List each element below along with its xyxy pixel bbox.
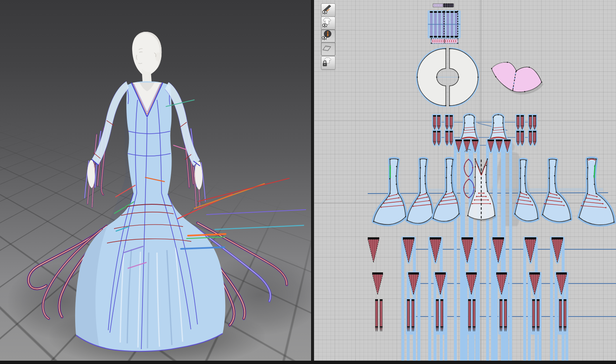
toggle-information-visibility-button[interactable] [321, 29, 335, 43]
pattern-piece-sleeve-cuff-1[interactable] [461, 114, 478, 140]
pattern-piece-fringe-strips-7[interactable] [558, 298, 568, 335]
pattern-piece-fringe-strips-5[interactable] [498, 298, 509, 335]
3d-scene-canvas[interactable] [0, 0, 311, 361]
pattern-piece-fringe-strips-3[interactable] [435, 298, 445, 335]
pattern-piece-fringe-pencils-4[interactable] [516, 131, 536, 145]
pattern-piece-godet-panel-7[interactable] [579, 158, 615, 225]
garment-dress[interactable] [75, 81, 226, 351]
pattern-piece-pleat-band[interactable] [428, 10, 461, 38]
pattern-piece-pink-strip[interactable] [430, 38, 459, 44]
dress-body [75, 81, 226, 351]
fabric-icon [321, 43, 332, 53]
pattern-pieces-layer [368, 3, 614, 361]
pattern-piece-fringe-strips-4[interactable] [467, 298, 477, 335]
pattern-piece-godet-panel-1[interactable] [373, 159, 406, 225]
lock-garment-button[interactable] [321, 56, 335, 70]
2d-pattern-canvas[interactable] [314, 0, 616, 361]
pattern-piece-circle-skirt[interactable] [416, 48, 480, 106]
pattern-piece-fringe-strips-6[interactable] [531, 298, 541, 335]
pattern-piece-fringe-strips-2[interactable] [406, 298, 416, 335]
3d-viewport[interactable] [0, 0, 311, 361]
needle-eye-icon [321, 4, 332, 14]
info-eye-icon [321, 30, 332, 40]
2d-pattern-viewport[interactable] [314, 0, 616, 361]
toggle-garment-visibility-button[interactable] [321, 17, 335, 30]
window-bottom-edge [0, 361, 616, 364]
shirt-eye-icon [321, 17, 332, 28]
toggle-fabric-texture-button[interactable] [321, 42, 335, 56]
pattern-piece-fringe-pencils-2[interactable] [433, 131, 453, 145]
pattern-piece-sleeve-cuff-2[interactable] [490, 114, 507, 140]
pattern-piece-fringe-triangle-r1-1[interactable] [368, 237, 379, 262]
pattern-piece-fringe-strips-1[interactable] [375, 299, 383, 331]
pattern-piece-waist-strip[interactable] [433, 3, 454, 7]
shirt-lock-icon [321, 57, 332, 67]
toggle-seamline-visibility-button[interactable] [321, 3, 335, 17]
avatar-hair-bun [155, 52, 161, 61]
pattern-piece-pink-fan[interactable] [491, 62, 543, 95]
pattern-piece-fringe-triangle-r2-1[interactable] [372, 272, 383, 295]
garment-design-app [0, 0, 616, 364]
